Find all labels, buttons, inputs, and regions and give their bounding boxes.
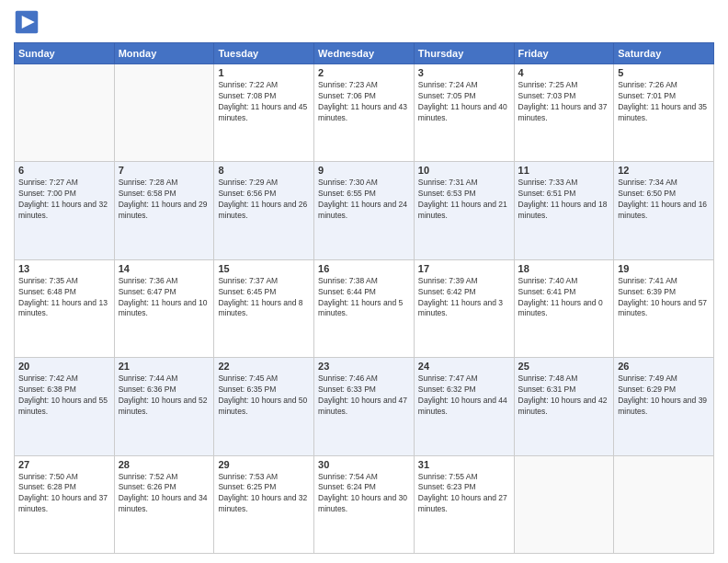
day-info: Sunrise: 7:26 AMSunset: 7:01 PMDaylight:… <box>618 80 710 124</box>
day-number: 23 <box>318 361 410 372</box>
calendar-cell: 19Sunrise: 7:41 AMSunset: 6:39 PMDayligh… <box>614 259 714 357</box>
day-number: 16 <box>318 263 410 274</box>
calendar-cell: 18Sunrise: 7:40 AMSunset: 6:41 PMDayligh… <box>514 259 614 357</box>
day-info: Sunrise: 7:34 AMSunset: 6:50 PMDaylight:… <box>618 178 710 222</box>
day-info: Sunrise: 7:39 AMSunset: 6:42 PMDaylight:… <box>418 276 510 320</box>
day-number: 11 <box>518 165 610 176</box>
day-info: Sunrise: 7:47 AMSunset: 6:32 PMDaylight:… <box>418 373 510 418</box>
calendar-cell: 9Sunrise: 7:30 AMSunset: 6:55 PMDaylight… <box>314 162 415 259</box>
calendar-cell: 24Sunrise: 7:47 AMSunset: 6:32 PMDayligh… <box>414 358 514 455</box>
day-number: 20 <box>18 361 110 372</box>
day-number: 4 <box>518 67 610 78</box>
weekday-header: Wednesday <box>314 43 415 64</box>
day-number: 17 <box>418 263 510 274</box>
calendar-row: 6Sunrise: 7:27 AMSunset: 7:00 PMDaylight… <box>15 162 714 259</box>
day-info: Sunrise: 7:35 AMSunset: 6:48 PMDaylight:… <box>18 276 110 320</box>
day-info: Sunrise: 7:27 AMSunset: 7:00 PMDaylight:… <box>18 178 110 222</box>
day-info: Sunrise: 7:29 AMSunset: 6:56 PMDaylight:… <box>218 178 310 222</box>
calendar-row: 27Sunrise: 7:50 AMSunset: 6:28 PMDayligh… <box>15 455 714 553</box>
weekday-header: Monday <box>114 43 214 64</box>
calendar-cell: 28Sunrise: 7:52 AMSunset: 6:26 PMDayligh… <box>114 455 214 553</box>
calendar-cell <box>614 455 714 553</box>
day-number: 9 <box>318 165 410 176</box>
day-number: 21 <box>119 361 210 372</box>
calendar-cell: 29Sunrise: 7:53 AMSunset: 6:25 PMDayligh… <box>214 455 314 553</box>
calendar-cell: 4Sunrise: 7:25 AMSunset: 7:03 PMDaylight… <box>514 64 614 162</box>
calendar-cell: 7Sunrise: 7:28 AMSunset: 6:58 PMDaylight… <box>114 162 214 259</box>
calendar-cell: 20Sunrise: 7:42 AMSunset: 6:38 PMDayligh… <box>15 358 115 455</box>
day-number: 28 <box>119 459 210 470</box>
calendar-row: 20Sunrise: 7:42 AMSunset: 6:38 PMDayligh… <box>15 358 714 455</box>
logo-icon <box>14 9 40 35</box>
weekday-header: Saturday <box>614 43 714 64</box>
day-number: 8 <box>218 165 310 176</box>
calendar-cell: 1Sunrise: 7:22 AMSunset: 7:08 PMDaylight… <box>214 64 314 162</box>
day-info: Sunrise: 7:23 AMSunset: 7:06 PMDaylight:… <box>318 80 410 124</box>
day-info: Sunrise: 7:44 AMSunset: 6:36 PMDaylight:… <box>119 373 210 418</box>
day-info: Sunrise: 7:28 AMSunset: 6:58 PMDaylight:… <box>119 178 210 222</box>
day-info: Sunrise: 7:31 AMSunset: 6:53 PMDaylight:… <box>418 178 510 222</box>
day-number: 18 <box>518 263 610 274</box>
logo <box>14 9 43 35</box>
day-info: Sunrise: 7:54 AMSunset: 6:24 PMDaylight:… <box>318 472 410 516</box>
day-info: Sunrise: 7:49 AMSunset: 6:29 PMDaylight:… <box>618 373 710 418</box>
calendar-cell: 6Sunrise: 7:27 AMSunset: 7:00 PMDaylight… <box>15 162 115 259</box>
day-number: 26 <box>618 361 710 372</box>
calendar-cell: 17Sunrise: 7:39 AMSunset: 6:42 PMDayligh… <box>414 259 514 357</box>
calendar-cell: 21Sunrise: 7:44 AMSunset: 6:36 PMDayligh… <box>114 358 214 455</box>
calendar-cell: 16Sunrise: 7:38 AMSunset: 6:44 PMDayligh… <box>314 259 415 357</box>
calendar-cell: 26Sunrise: 7:49 AMSunset: 6:29 PMDayligh… <box>614 358 714 455</box>
calendar-cell: 8Sunrise: 7:29 AMSunset: 6:56 PMDaylight… <box>214 162 314 259</box>
weekday-header: Friday <box>514 43 614 64</box>
calendar-cell: 14Sunrise: 7:36 AMSunset: 6:47 PMDayligh… <box>114 259 214 357</box>
day-number: 10 <box>418 165 510 176</box>
calendar-cell <box>15 64 115 162</box>
header-row: SundayMondayTuesdayWednesdayThursdayFrid… <box>15 43 714 64</box>
calendar-cell: 31Sunrise: 7:55 AMSunset: 6:23 PMDayligh… <box>414 455 514 553</box>
day-info: Sunrise: 7:22 AMSunset: 7:08 PMDaylight:… <box>218 80 310 124</box>
day-info: Sunrise: 7:52 AMSunset: 6:26 PMDaylight:… <box>119 472 210 516</box>
day-info: Sunrise: 7:55 AMSunset: 6:23 PMDaylight:… <box>418 472 510 516</box>
day-number: 14 <box>119 263 210 274</box>
day-number: 13 <box>18 263 110 274</box>
day-info: Sunrise: 7:50 AMSunset: 6:28 PMDaylight:… <box>18 472 110 516</box>
day-number: 30 <box>318 459 410 470</box>
day-number: 29 <box>218 459 310 470</box>
day-number: 15 <box>218 263 310 274</box>
weekday-header: Thursday <box>414 43 514 64</box>
day-number: 27 <box>18 459 110 470</box>
day-number: 1 <box>218 67 310 78</box>
calendar-row: 1Sunrise: 7:22 AMSunset: 7:08 PMDaylight… <box>15 64 714 162</box>
calendar-cell: 12Sunrise: 7:34 AMSunset: 6:50 PMDayligh… <box>614 162 714 259</box>
day-info: Sunrise: 7:45 AMSunset: 6:35 PMDaylight:… <box>218 373 310 418</box>
calendar-cell: 23Sunrise: 7:46 AMSunset: 6:33 PMDayligh… <box>314 358 415 455</box>
day-number: 25 <box>518 361 610 372</box>
calendar-cell <box>514 455 614 553</box>
day-info: Sunrise: 7:42 AMSunset: 6:38 PMDaylight:… <box>18 373 110 418</box>
weekday-header: Tuesday <box>214 43 314 64</box>
day-info: Sunrise: 7:25 AMSunset: 7:03 PMDaylight:… <box>518 80 610 124</box>
day-number: 5 <box>618 67 710 78</box>
day-info: Sunrise: 7:38 AMSunset: 6:44 PMDaylight:… <box>318 276 410 320</box>
header <box>14 9 714 35</box>
day-info: Sunrise: 7:53 AMSunset: 6:25 PMDaylight:… <box>218 472 310 516</box>
day-info: Sunrise: 7:24 AMSunset: 7:05 PMDaylight:… <box>418 80 510 124</box>
day-number: 3 <box>418 67 510 78</box>
day-info: Sunrise: 7:33 AMSunset: 6:51 PMDaylight:… <box>518 178 610 222</box>
day-info: Sunrise: 7:46 AMSunset: 6:33 PMDaylight:… <box>318 373 410 418</box>
day-info: Sunrise: 7:40 AMSunset: 6:41 PMDaylight:… <box>518 276 610 320</box>
calendar-cell: 11Sunrise: 7:33 AMSunset: 6:51 PMDayligh… <box>514 162 614 259</box>
day-number: 24 <box>418 361 510 372</box>
calendar-cell: 30Sunrise: 7:54 AMSunset: 6:24 PMDayligh… <box>314 455 415 553</box>
calendar-cell: 13Sunrise: 7:35 AMSunset: 6:48 PMDayligh… <box>15 259 115 357</box>
day-number: 7 <box>119 165 210 176</box>
day-number: 12 <box>618 165 710 176</box>
weekday-header: Sunday <box>15 43 115 64</box>
calendar-cell: 15Sunrise: 7:37 AMSunset: 6:45 PMDayligh… <box>214 259 314 357</box>
day-number: 31 <box>418 459 510 470</box>
day-number: 6 <box>18 165 110 176</box>
day-number: 22 <box>218 361 310 372</box>
calendar-cell: 2Sunrise: 7:23 AMSunset: 7:06 PMDaylight… <box>314 64 415 162</box>
calendar-cell: 27Sunrise: 7:50 AMSunset: 6:28 PMDayligh… <box>15 455 115 553</box>
calendar: SundayMondayTuesdayWednesdayThursdayFrid… <box>14 42 714 554</box>
